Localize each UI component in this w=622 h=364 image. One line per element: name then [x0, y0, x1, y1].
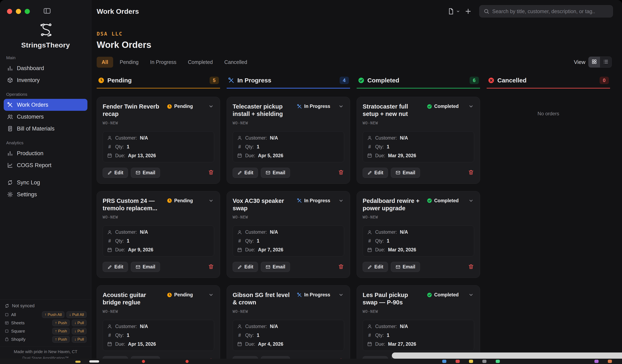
- email-label: Email: [403, 170, 415, 176]
- work-order-card[interactable]: Acoustic guitar bridge reglue Pending WO…: [97, 285, 220, 364]
- sidebar-item-customers[interactable]: Customers: [4, 111, 87, 123]
- edit-button[interactable]: Edit: [233, 262, 258, 272]
- person-icon: [367, 230, 372, 235]
- pull-sheets-button[interactable]: ↓ Pull: [72, 320, 87, 326]
- edit-button[interactable]: Edit: [363, 168, 388, 178]
- work-order-card[interactable]: Les Paul pickup swap — P-90s Completed W…: [357, 285, 480, 364]
- sidebar-item-bill-of-materials[interactable]: Bill of Materials: [4, 123, 87, 135]
- delete-button[interactable]: [468, 263, 474, 271]
- pull-all-button[interactable]: ↓ Pull All: [66, 311, 87, 318]
- sidebar-item-settings[interactable]: Settings: [4, 188, 87, 200]
- sidebar-item-work-orders[interactable]: Work Orders: [4, 99, 87, 111]
- sidebar-item-inventory[interactable]: Inventory: [4, 74, 87, 86]
- chevron-down-icon[interactable]: [208, 292, 214, 298]
- card-details: Customer:N/A #Qty:1 Due:Apr 5, 2026: [233, 131, 344, 162]
- dock-icon[interactable]: [594, 360, 599, 363]
- work-order-card[interactable]: Fender Twin Reverb recap Pending WO-NEW …: [97, 97, 220, 184]
- tab-in-progress[interactable]: In Progress: [145, 57, 181, 68]
- delete-button[interactable]: [338, 169, 344, 176]
- push-sheets-button[interactable]: ↑ Push: [52, 320, 70, 326]
- edit-button[interactable]: Edit: [103, 168, 128, 178]
- chevron-down-icon[interactable]: [468, 292, 474, 298]
- check-circle-icon: [358, 77, 365, 84]
- work-order-card[interactable]: PRS Custom 24 — tremolo replacem... Pend…: [97, 191, 220, 278]
- email-button[interactable]: Email: [391, 262, 420, 272]
- chart-icon: [7, 150, 13, 156]
- due-label: Due:: [375, 341, 385, 347]
- pull-shopify-button[interactable]: ↓ Pull: [72, 336, 87, 343]
- work-order-card[interactable]: Stratocaster full setup + new nut Comple…: [357, 97, 480, 184]
- work-order-card[interactable]: Vox AC30 speaker swap In Progress WO-NEW…: [227, 191, 350, 278]
- push-shopify-button[interactable]: ↑ Push: [52, 336, 70, 343]
- sidebar-item-dashboard[interactable]: Dashboard: [4, 62, 87, 74]
- chevron-down-icon[interactable]: [338, 198, 344, 204]
- dock-icon[interactable]: [496, 360, 500, 363]
- chevron-down-icon[interactable]: [468, 103, 474, 109]
- dock-icon[interactable]: [456, 360, 460, 363]
- delete-button[interactable]: [208, 263, 214, 271]
- brand-name: StringsTheory: [0, 41, 91, 49]
- email-button[interactable]: Email: [391, 168, 420, 178]
- dock-icon[interactable]: [608, 360, 612, 363]
- push-all-button[interactable]: ↑ Push All: [42, 311, 64, 318]
- chevron-down-icon[interactable]: [208, 103, 214, 109]
- tab-pending[interactable]: Pending: [115, 57, 144, 68]
- company-name: DSA LLC: [97, 31, 622, 37]
- chevron-down-icon[interactable]: [338, 292, 344, 298]
- dock-icon[interactable]: [75, 361, 81, 363]
- sidebar-item-cogs-report[interactable]: COGS Report: [4, 159, 87, 171]
- chevron-down-icon[interactable]: [208, 198, 214, 204]
- chevron-down-icon[interactable]: [468, 198, 474, 204]
- email-button[interactable]: Email: [131, 262, 160, 272]
- edit-button[interactable]: Edit: [103, 262, 128, 272]
- pull-square-button[interactable]: ↓ Pull: [72, 328, 87, 334]
- edit-button[interactable]: Edit: [233, 168, 258, 178]
- calendar-icon: [237, 341, 242, 347]
- list-view-button[interactable]: [600, 57, 612, 67]
- grid-view-button[interactable]: [588, 57, 600, 67]
- pencil-icon: [237, 170, 242, 175]
- close-window-button[interactable]: [7, 9, 12, 14]
- delete-button[interactable]: [208, 169, 214, 176]
- chevron-down-icon[interactable]: [338, 103, 344, 109]
- work-order-card[interactable]: Telecaster pickup install + shielding In…: [227, 97, 350, 184]
- work-order-card[interactable]: Pedalboard rewire + power upgrade Comple…: [357, 191, 480, 278]
- tab-cancelled[interactable]: Cancelled: [219, 57, 252, 68]
- new-work-order-button[interactable]: [462, 6, 474, 17]
- qty-label: Qty:: [245, 144, 254, 150]
- export-menu-button[interactable]: [445, 6, 462, 17]
- search-input[interactable]: [492, 8, 609, 14]
- dock-icon[interactable]: [469, 360, 473, 363]
- tab-completed[interactable]: Completed: [183, 57, 218, 68]
- column-header: Completed 6: [357, 77, 480, 89]
- sidebar-item-production[interactable]: Production: [4, 147, 87, 159]
- customer-label: Customer:: [245, 324, 267, 329]
- mail-icon: [136, 170, 140, 175]
- sidebar-item-sync-log[interactable]: Sync Log: [4, 177, 87, 188]
- dock: [0, 359, 622, 364]
- due-label: Due:: [245, 247, 255, 253]
- nav-section-analytics: Analytics: [6, 140, 85, 145]
- window-controls: [0, 0, 91, 23]
- minimize-window-button[interactable]: [16, 9, 21, 14]
- dock-icon[interactable]: [89, 360, 99, 363]
- sidebar-toggle-icon[interactable]: [43, 7, 51, 16]
- card-details: Customer:N/A #Qty:1 Due:Mar 29, 2026: [363, 131, 474, 162]
- column-name: In Progress: [237, 77, 271, 84]
- dock-icon[interactable]: [442, 360, 446, 363]
- tab-all[interactable]: All: [97, 57, 113, 68]
- layers-icon: [4, 312, 9, 317]
- dock-icon[interactable]: [482, 360, 486, 363]
- edit-button[interactable]: Edit: [363, 262, 388, 272]
- email-button[interactable]: Email: [261, 262, 290, 272]
- document-icon: [447, 8, 455, 15]
- email-button[interactable]: Email: [131, 168, 160, 178]
- delete-button[interactable]: [468, 169, 474, 176]
- column-pending: Pending 5 Fender Twin Reverb recap Pendi…: [97, 77, 220, 364]
- email-button[interactable]: Email: [261, 168, 290, 178]
- zoom-window-button[interactable]: [25, 9, 30, 14]
- delete-button[interactable]: [338, 263, 344, 271]
- push-square-button[interactable]: ↑ Push: [52, 328, 70, 334]
- card-details: Customer:N/A #Qty:1 Due:Apr 4, 2026: [233, 320, 344, 351]
- work-order-card[interactable]: Gibson SG fret level & crown In Progress…: [227, 285, 350, 364]
